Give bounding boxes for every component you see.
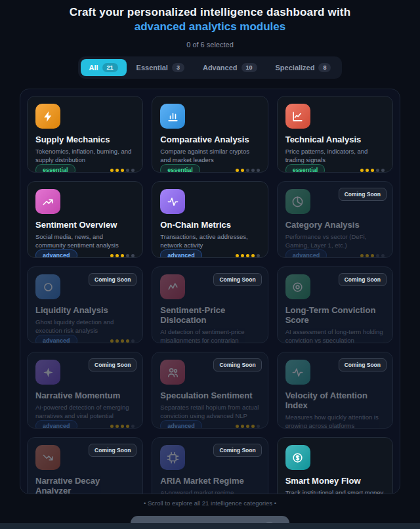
rating-dot xyxy=(251,425,255,428)
rating-dot xyxy=(116,339,119,343)
module-card[interactable]: Coming Soon Long-Term Conviction Score A… xyxy=(277,266,393,343)
module-title: Narrative Momentum xyxy=(35,391,135,400)
selection-status: 0 of 6 selected xyxy=(0,41,420,49)
coming-soon-badge: Coming Soon xyxy=(213,358,261,371)
rating-dot xyxy=(116,169,119,172)
rating-dot xyxy=(121,169,124,172)
coming-soon-badge: Coming Soon xyxy=(89,358,136,371)
rating-dot xyxy=(236,254,239,257)
rating-dot xyxy=(236,425,239,428)
rating-dot xyxy=(246,425,249,428)
zigzag-icon xyxy=(160,274,185,299)
module-card[interactable]: On-Chain Metrics Transactions, active ad… xyxy=(152,181,268,258)
page-title-line1: Craft your personalized intelligence das… xyxy=(0,6,420,19)
rating-dot xyxy=(121,425,124,428)
sparkle-icon xyxy=(35,360,60,385)
line-chart-icon xyxy=(285,104,310,129)
module-card-footer: advanced xyxy=(160,420,259,429)
rating-dot xyxy=(116,425,119,428)
rating-dot xyxy=(371,254,374,257)
module-card[interactable]: Sentiment Overview Social media, news, a… xyxy=(27,181,143,258)
module-description: Ghost liquidity detection and execution … xyxy=(35,318,135,335)
rating-dot xyxy=(110,425,114,428)
module-card[interactable]: Smart Money Flow Track institutional and… xyxy=(277,437,393,494)
module-card[interactable]: Coming Soon Narrative Decay Analyzer Det… xyxy=(27,437,143,494)
rating-dot xyxy=(381,254,385,257)
module-card-footer: advanced xyxy=(285,249,385,258)
module-title: Technical Analysis xyxy=(285,135,385,144)
rating-dot xyxy=(110,339,114,343)
module-title: Sentiment Overview xyxy=(35,220,135,230)
rating-dots xyxy=(110,169,135,172)
rating-dot xyxy=(257,425,260,428)
module-card[interactable]: Coming Soon Velocity of Attention Index … xyxy=(277,352,393,429)
filter-tab-essential[interactable]: Essential 3 xyxy=(128,59,193,76)
pie-chart-icon xyxy=(285,189,310,214)
filter-tab-specialized[interactable]: Specialized 8 xyxy=(267,59,340,76)
rating-dots xyxy=(236,254,260,257)
tier-badge: essential xyxy=(160,164,200,173)
rating-dots xyxy=(110,339,135,343)
module-card[interactable]: Coming Soon Sentiment-Price Dislocation … xyxy=(152,266,268,343)
rating-dot xyxy=(241,254,244,257)
bottom-bar xyxy=(0,523,420,529)
coming-soon-badge: Coming Soon xyxy=(213,273,261,286)
coming-soon-badge: Coming Soon xyxy=(213,444,261,457)
module-title: Liquidity Analysis xyxy=(35,305,135,315)
module-description: AI detection of sentiment-price misalign… xyxy=(160,328,259,343)
rating-dot xyxy=(131,425,135,428)
module-title: Sentiment-Price Dislocation xyxy=(160,305,259,325)
page-title-line2: advanced analytics modules xyxy=(0,20,420,33)
module-card[interactable]: Comparative Analysis Compare against sim… xyxy=(152,96,268,173)
module-card[interactable]: Coming Soon Narrative Momentum AI-powere… xyxy=(27,352,143,429)
module-description: Track institutional and smart money move… xyxy=(285,488,385,494)
rating-dots xyxy=(236,425,260,428)
modules-scroll-container[interactable]: Supply Mechanics Tokenomics, inflation, … xyxy=(20,89,400,494)
activity-icon xyxy=(160,189,185,214)
rating-dots xyxy=(110,425,135,428)
rating-dot xyxy=(121,339,124,343)
filter-tab-specialized-count-badge: 8 xyxy=(318,63,331,72)
rating-dot xyxy=(126,169,129,172)
module-card[interactable]: Technical Analysis Price patterns, indic… xyxy=(277,96,393,173)
module-title: Velocity of Attention Index xyxy=(285,391,385,410)
tier-badge: advanced xyxy=(35,335,77,343)
coming-soon-badge: Coming Soon xyxy=(339,273,387,286)
rating-dots xyxy=(236,169,260,172)
rating-dot xyxy=(246,169,249,172)
module-card[interactable]: Coming Soon ARIA Market Regime AI-powere… xyxy=(152,437,268,494)
module-title: Speculation Sentiment xyxy=(160,391,259,400)
module-card-footer: advanced xyxy=(160,249,259,258)
scroll-hint: • Scroll to explore all 21 intelligence … xyxy=(0,499,420,507)
tier-badge: essential xyxy=(285,164,326,173)
filter-tab-advanced[interactable]: Advanced 10 xyxy=(194,59,266,76)
filter-tab-all[interactable]: All 21 xyxy=(81,59,127,76)
filter-bar-wrap: All 21 Essential 3 Advanced 10 Specializ… xyxy=(0,56,420,79)
rating-dot xyxy=(126,254,129,257)
rating-dot xyxy=(366,169,369,172)
module-card[interactable]: Supply Mechanics Tokenomics, inflation, … xyxy=(27,96,143,173)
module-card[interactable]: Coming Soon Speculation Sentiment Separa… xyxy=(152,352,268,429)
module-title: Long-Term Conviction Score xyxy=(285,305,385,325)
rating-dot xyxy=(131,254,135,257)
rating-dot xyxy=(116,254,119,257)
rating-dot xyxy=(131,339,135,343)
module-card[interactable]: Coming Soon Liquidity Analysis Ghost liq… xyxy=(27,266,143,343)
module-title: Supply Mechanics xyxy=(35,135,135,144)
module-card[interactable]: Coming Soon Category Analysis Performanc… xyxy=(277,181,393,258)
rating-dot xyxy=(110,254,114,257)
tier-badge: advanced xyxy=(160,420,202,429)
coming-soon-badge: Coming Soon xyxy=(89,273,136,286)
module-description: Price patterns, indicators, and trading … xyxy=(285,147,385,164)
filter-tab-all-label: All xyxy=(89,64,98,72)
filter-tab-essential-label: Essential xyxy=(136,64,168,72)
pulse-icon xyxy=(285,360,310,385)
module-description: Social media, news, and community sentim… xyxy=(35,232,135,249)
rating-dot xyxy=(121,254,124,257)
rating-dot xyxy=(126,339,129,343)
rating-dot xyxy=(366,254,369,257)
module-card-footer: essential xyxy=(285,164,385,173)
rating-dot xyxy=(251,169,255,172)
module-description: Measures how quickly attention is growin… xyxy=(285,413,385,429)
module-title: Smart Money Flow xyxy=(285,476,385,486)
